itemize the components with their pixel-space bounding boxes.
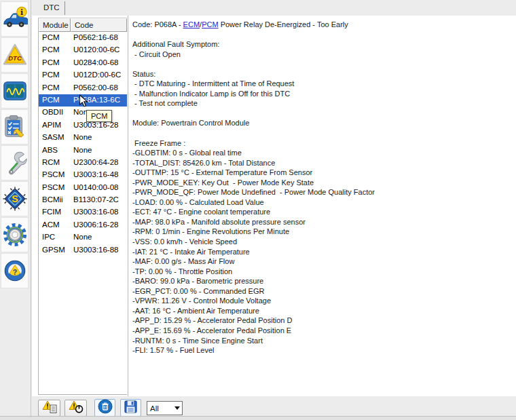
detail-line: - Test not complete [132,98,516,109]
detail-code-suffix: Power Relay De-Energized - Too Early [219,20,348,28]
column-header-module[interactable]: Module [39,18,71,32]
tab-dtc[interactable]: DTC [39,1,65,15]
row-module-cell: PCM [39,82,71,94]
row-code-cell: U3003:16-88 [71,244,127,256]
row-module-cell: BCMii [39,194,71,206]
help-steering-icon: ? [2,258,28,284]
table-row[interactable]: FCIM U3003:16-08 [39,206,127,218]
row-code-cell: None [71,132,127,144]
dtc-table: Module Code PCM P0562:16-68 PCM U0120:00… [38,18,127,395]
table-row[interactable]: APIM U3003:16-28 [39,119,127,132]
table-row[interactable]: PSCM U0140:00-08 [39,182,127,194]
detail-line: -RPM: 0 1/min - Engine Revolutions Per M… [132,227,516,237]
row-module-cell: ABS [39,145,71,157]
sidebar-item-settings[interactable] [1,217,29,252]
svg-text:S: S [12,193,18,204]
clear-button[interactable] [94,399,115,417]
row-module-cell: GPSM [39,244,71,256]
table-row[interactable]: BCMii B1130:07-2C [39,194,127,206]
table-row[interactable]: OBDII None [39,107,127,119]
ecm-link[interactable]: ECM [183,20,200,28]
table-row[interactable]: IPC None [39,231,127,244]
tests-checklist-icon [2,114,28,140]
row-module-cell: PCM [39,32,71,44]
sidebar-item-programming[interactable]: S [1,181,29,216]
read-dtc-icon [42,400,57,417]
detail-line: -EGR_PCT: 0.00 % - Commanded EGR [132,286,516,297]
table-row[interactable]: PCM P0562:00-68 [39,82,127,94]
row-code-cell: None [71,145,127,157]
detail-line: -APP_D: 15.29 % - Accelerator Pedal Posi… [132,316,516,326]
detail-line: - Circuit Open [132,50,516,60]
detail-line: Additional Fault Symptom: [132,39,516,50]
detail-line: -RUNTM: 0 s - Time Since Engine Start [132,336,516,346]
table-row[interactable]: PSCM U3003:16-48 [39,169,127,181]
filter-select[interactable]: All [147,401,183,415]
detail-line: -AAT: 16 °C - Ambient Air Temperature [132,306,516,316]
detail-line: Status: [132,69,516,79]
svg-text:?: ? [12,269,16,276]
table-row[interactable]: PCM U012D:00-6C [39,69,127,81]
save-button[interactable] [120,399,141,417]
row-module-cell: IPC [39,231,71,244]
row-module-cell: ACM [39,219,71,231]
table-row[interactable]: ACM U3006:16-28 [39,219,127,231]
detail-line: -IAT: 21 °C - Intake Air Temperature [132,247,516,257]
table-row[interactable]: ABS None [39,145,127,157]
chevron-down-icon[interactable] [172,402,182,415]
sidebar-item-vehicle-info[interactable]: i [1,1,29,37]
sidebar-item-tests[interactable] [1,109,29,145]
detail-line [132,30,516,40]
dtc-table-body: PCM P0562:16-68 PCM U0120:00-6C PCM U028… [39,32,127,256]
detail-code-line: Code: P068A - ECM/PCM Power Relay De-Ene… [132,20,516,30]
detail-line: -MAF: 0.00 g/s - Mass Air Flow [132,256,516,267]
dtc-detail-panel: Code: P068A - ECM/PCM Power Relay De-Ene… [128,16,516,396]
detail-line: -OUTTMP: 15 °C - External Temperature Fr… [132,168,516,178]
row-module-cell: APIM [39,119,71,132]
row-module-cell: PCM [39,69,71,81]
sidebar-item-oscilloscope[interactable] [1,73,29,109]
bottom-strip [0,416,516,420]
sidebar-item-help[interactable]: ? [1,253,29,288]
tooltip: PCM [86,110,112,122]
dtc-icon: DTC [2,42,28,68]
table-row[interactable]: SASM None [39,132,127,144]
row-code-cell: U2300:64-28 [71,157,127,169]
row-module-cell: PCM [39,57,71,69]
read-dtc-button[interactable] [38,400,60,417]
column-header-code[interactable]: Code [71,18,127,32]
row-module-cell: SASM [39,132,71,144]
row-code-cell: U3003:16-08 [71,206,127,218]
tooltip-text: PCM [91,112,107,120]
table-row[interactable]: PCM P068A:13-6C [39,94,127,107]
row-module-cell: OBDII [39,107,71,119]
sidebar-item-dtc[interactable]: DTC [1,37,29,73]
table-row[interactable]: PCM U0284:00-68 [39,57,127,69]
app-window: i DTC [0,0,516,420]
detail-line: -TOTAL_DIST: 85426.0 km - Total Distance [132,158,516,168]
sidebar: i DTC [0,0,31,420]
detail-line: Module: Powertrain Control Module [132,118,516,128]
row-module-cell: PCM [39,94,71,107]
table-row[interactable]: PCM U0120:00-6C [39,44,127,56]
table-row[interactable]: RCM U2300:64-28 [39,157,127,169]
detail-line: -APP_E: 15.69 % - Accelerator Pedal Posi… [132,326,516,336]
row-module-cell: PSCM [39,169,71,181]
detail-line: -TP: 0.00 % - Throttle Position [132,267,516,277]
reset-dtc-button[interactable] [64,400,87,417]
detail-lines: Additional Fault Symptom: - Circuit Open… [132,30,516,356]
detail-line: - DTC Maturing - Intermittent at Time of… [132,79,516,89]
table-row[interactable]: PCM P0562:16-68 [39,32,127,44]
tab-dtc-label: DTC [43,3,60,12]
row-code-cell: U0140:00-08 [71,182,127,194]
detail-line: -MAP: 98.0 kPa - Manifold absolute press… [132,217,516,227]
filter-select-value: All [147,404,172,413]
service-wrench-icon [2,150,28,176]
oscilloscope-icon [2,78,28,104]
vehicle-info-icon: i [2,6,28,32]
table-row[interactable]: GPSM U3003:16-88 [39,244,127,256]
sidebar-item-service[interactable] [1,145,29,180]
pcm-link[interactable]: PCM [202,20,218,28]
tab-bar: DTC [32,0,516,16]
row-code-cell: U012D:00-6C [71,69,127,81]
